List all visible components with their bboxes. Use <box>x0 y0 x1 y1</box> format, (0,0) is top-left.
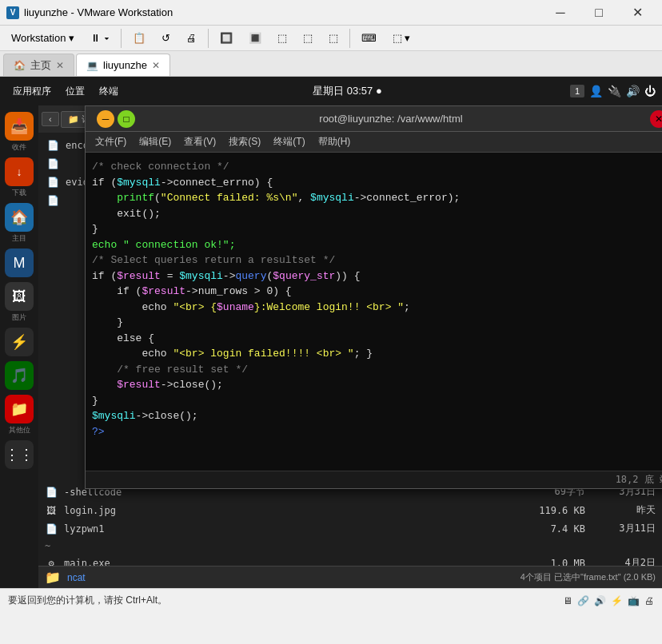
view1-button[interactable]: ⬚ <box>269 29 295 47</box>
terminal-window[interactable]: ─ □ root@liuyunzhe: /var/www/html ✕ 文件(F… <box>85 105 662 489</box>
home-tab-close[interactable]: ✕ <box>56 60 64 71</box>
network-icon[interactable]: 🔌 <box>608 85 621 97</box>
host-statusbar: 要返回到您的计算机，请按 Ctrl+Alt。 🖥 🔗 🔊 ⚡ 📺 🖨 <box>0 588 662 612</box>
view2-button[interactable]: ⬚ <box>295 29 321 47</box>
code-line-10: echo "<br> {$uname}:Welcome login!! <br>… <box>92 300 662 316</box>
vm-desktop-container[interactable]: 应用程序 位置 终端 星期日 03:57 ● 1 👤 🔌 🔊 ⏻ 📥 收件 ↓ <box>0 77 662 588</box>
file-icon-4: 📄 <box>46 195 59 206</box>
sep1 <box>121 29 122 48</box>
pause-button[interactable]: ⏸ ▾ <box>82 29 118 47</box>
terminal-menu[interactable]: 终端 <box>93 82 125 101</box>
ncat-bar: 📁 ncat 4个项目 已选中"frame.txt" (2.0 KB) <box>38 566 662 588</box>
sidebar-icon-grid[interactable]: ⋮⋮ <box>5 440 34 469</box>
tab-vm[interactable]: 💻 liuyunzhe ✕ <box>76 54 170 76</box>
terminal-title: root@liuyunzhe: /var/www/html <box>135 113 647 125</box>
sidebar-label-other: 其他位 <box>9 425 30 435</box>
status-icon-usb[interactable]: ⚡ <box>611 595 623 606</box>
file-name-lyzpwn1: lyzpwn1 <box>64 523 515 535</box>
minimize-button[interactable]: ─ <box>542 0 579 26</box>
apps-menu[interactable]: 应用程序 <box>6 82 58 101</box>
sidebar-icon-download[interactable]: ↓ <box>5 157 34 186</box>
code-line-8: if ($result = $mysqli->query($query_str)… <box>92 268 662 284</box>
menu-help[interactable]: 帮助(H) <box>312 133 357 150</box>
window-title: liuyunzhe - VMware Workstation <box>24 6 542 18</box>
tab-home[interactable]: 🏠 主页 ✕ <box>3 54 74 76</box>
panel-left: 应用程序 位置 终端 <box>6 82 125 101</box>
sidebar-icon-home[interactable]: 🏠 <box>5 203 34 232</box>
menu-search[interactable]: 搜索(S) <box>222 133 267 150</box>
file-row-login[interactable]: 🖼 login.jpg 119.6 KB 昨天 <box>40 501 660 519</box>
code-line-9: if ($result->num_rows > 0) { <box>92 284 662 300</box>
menu-edit[interactable]: 编辑(E) <box>133 133 177 150</box>
sidebar-label-pictures: 图片 <box>12 312 26 323</box>
maximize-button[interactable]: □ <box>580 0 617 26</box>
sidebar-icon-inbox[interactable]: 📥 <box>5 112 34 141</box>
sidebar-label-inbox: 收件 <box>12 142 26 153</box>
terminal-titlebar: ─ □ root@liuyunzhe: /var/www/html ✕ <box>86 106 662 132</box>
sidebar-label-download: 下载 <box>12 188 26 198</box>
volume-icon[interactable]: 🔊 <box>626 85 640 97</box>
menu-terminal[interactable]: 终端(T) <box>267 133 311 150</box>
console-button[interactable]: ⌨ <box>353 29 385 47</box>
datetime-label: 星期日 03:57 ● <box>313 84 382 98</box>
close-button[interactable]: ✕ <box>619 0 656 26</box>
snapshot-button[interactable]: 📋 <box>125 29 154 47</box>
back-button[interactable]: ‹ <box>42 112 59 126</box>
file-icon-lyzpwn1: 📄 <box>45 523 58 535</box>
vm-tab-icon: 💻 <box>86 60 98 71</box>
terminal-close-btn[interactable]: ✕ <box>650 110 662 128</box>
print-button[interactable]: 🖨 <box>178 29 205 47</box>
terminal-minimize-btn[interactable]: ─ <box>97 110 114 128</box>
terminal-code-area[interactable]: /* check connection */ if ($mysqli->conn… <box>86 153 662 471</box>
sep3 <box>349 29 350 48</box>
status-icons: 🖥 🔗 🔊 ⚡ 📺 🖨 <box>563 595 654 606</box>
code-line-3: printf("Connect failed: %s\n", $mysqli->… <box>92 190 662 206</box>
status-icon-screen[interactable]: 📺 <box>628 595 640 606</box>
file-name-login: login.jpg <box>64 505 515 516</box>
code-line-16: } <box>92 393 662 409</box>
code-line-4: exit(); <box>92 206 662 222</box>
power-icon[interactable]: ⏻ <box>644 85 656 97</box>
code-line-1: /* check connection */ <box>92 159 662 175</box>
places-menu[interactable]: 位置 <box>59 82 91 101</box>
folder-icon: 📁 <box>45 570 61 585</box>
sep2 <box>208 29 209 48</box>
vm-tab-close[interactable]: ✕ <box>152 60 160 71</box>
title-bar: V liuyunzhe - VMware Workstation ─ □ ✕ <box>0 0 662 26</box>
menu-bar: Workstation ▾ ⏸ ▾ 📋 ↺ 🖨 🔲 🔳 ⬚ ⬚ ⬚ ⌨ ⬚ ▾ <box>0 26 662 51</box>
sidebar-icon-red2[interactable]: 📁 <box>5 395 34 423</box>
workstation-label: Workstation ▾ <box>11 32 74 44</box>
status-icon-sound[interactable]: 🔊 <box>594 595 606 606</box>
status-icon-display[interactable]: 🖥 <box>563 595 572 606</box>
file-icon-encode: 📄 <box>46 140 59 151</box>
view3-button[interactable]: ⬚ <box>321 29 346 47</box>
file-row-lyzpwn1[interactable]: 📄 lyzpwn1 7.4 KB 3月11日 <box>40 519 660 538</box>
display-button[interactable]: ⬚ ▾ <box>385 29 419 47</box>
ncat-info: 4个项目 已选中"frame.txt" (2.0 KB) <box>520 571 656 583</box>
status-icon-print[interactable]: 🖨 <box>644 595 654 606</box>
menu-view[interactable]: 查看(V) <box>177 133 222 150</box>
sidebar-icon-music[interactable]: 🎵 <box>5 361 34 390</box>
cursor-pos: 18,2 底 端 <box>616 473 662 487</box>
people-icon[interactable]: 👤 <box>589 85 603 97</box>
window-button[interactable]: 🔲 <box>212 29 241 47</box>
home-tab-icon: 🏠 <box>14 60 26 71</box>
sidebar-icon-yellow[interactable]: ⚡ <box>5 328 34 356</box>
terminal-maximize-btn[interactable]: □ <box>118 110 135 128</box>
code-line-6: echo " connection ok!"; <box>92 237 662 253</box>
restore-button[interactable]: ↺ <box>154 29 178 47</box>
workspace-badge[interactable]: 1 <box>570 85 584 97</box>
ncat-folder-name[interactable]: ncat <box>67 572 86 583</box>
sidebar-icon-pictures[interactable]: 🖼 <box>5 282 34 311</box>
sidebar-icon-m[interactable]: M <box>5 248 34 277</box>
workstation-menu[interactable]: Workstation ▾ <box>3 29 82 47</box>
vm-desktop[interactable]: 应用程序 位置 终端 星期日 03:57 ● 1 👤 🔌 🔊 ⏻ 📥 收件 ↓ <box>0 77 662 588</box>
file-icon-evidence: 📄 <box>46 177 59 188</box>
code-line-18: ?> <box>92 424 662 440</box>
fullscreen-button[interactable]: 🔳 <box>241 29 269 47</box>
code-line-12: else { <box>92 331 662 347</box>
status-icon-network[interactable]: 🔗 <box>577 595 589 606</box>
file-manager[interactable]: ‹ 📁 计算机 mnt hgfs linux ▾ 🔍 ⋮⋮ ☰ ✕ <box>38 105 662 588</box>
panel-right: 1 👤 🔌 🔊 ⏻ <box>570 85 656 97</box>
menu-file[interactable]: 文件(F) <box>89 133 133 150</box>
